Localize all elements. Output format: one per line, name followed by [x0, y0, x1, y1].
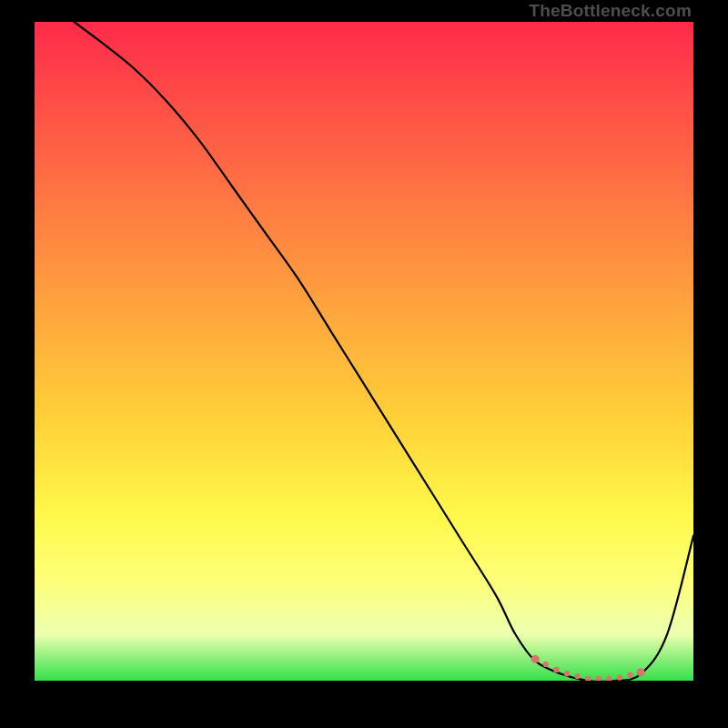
- watermark-text: TheBottleneck.com: [529, 2, 692, 19]
- flat-marker-dot: [627, 672, 632, 678]
- flat-marker-dot: [564, 671, 570, 676]
- flat-marker-dot: [596, 676, 602, 681]
- bottleneck-curve-path: [74, 22, 693, 681]
- flat-marker-dot: [531, 655, 540, 663]
- flat-marker-dot: [574, 673, 580, 679]
- flat-marker-dot: [606, 676, 612, 681]
- flat-marker-dot: [585, 676, 591, 681]
- flat-marker-dot: [617, 674, 622, 680]
- flat-marker-dot: [553, 667, 559, 672]
- chart-plot-area: [35, 22, 693, 681]
- flat-marker-dot: [543, 662, 549, 667]
- chart-svg: [35, 22, 693, 681]
- flat-marker-dot: [637, 668, 645, 676]
